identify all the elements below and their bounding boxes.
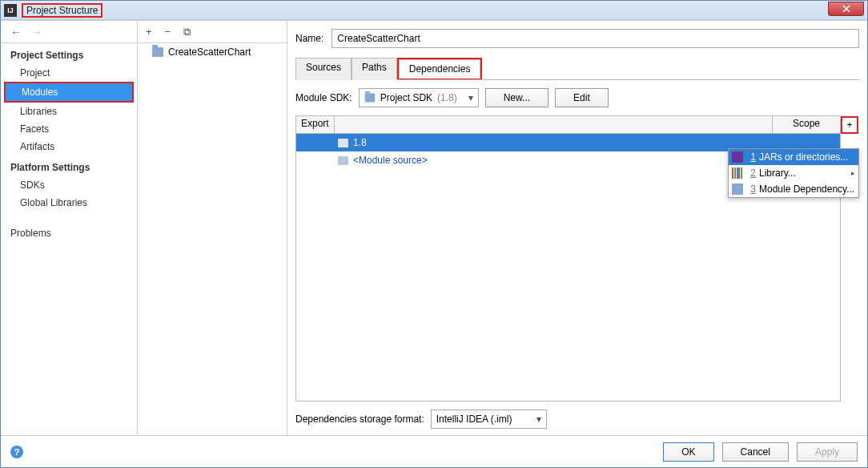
folder-icon xyxy=(364,94,375,103)
sdk-edit-button[interactable]: Edit xyxy=(555,88,609,107)
sidebar-item-modules[interactable]: Modules xyxy=(6,83,132,101)
sdk-label: Module SDK: xyxy=(295,92,352,103)
back-arrow-icon[interactable]: ← xyxy=(10,26,22,38)
button-bar: ? OK Cancel Apply xyxy=(1,435,867,467)
sdk-selected-prefix: Project SDK xyxy=(380,92,432,103)
sidebar-item-modules-highlight: Modules xyxy=(4,82,134,103)
submenu-arrow-icon: ▸ xyxy=(851,169,855,177)
sidebar-item-libraries[interactable]: Libraries xyxy=(1,103,137,120)
tab-paths[interactable]: Paths xyxy=(352,58,397,80)
popup-item-num: 1 xyxy=(746,151,756,163)
tab-dependencies-highlight: Dependencies xyxy=(397,58,483,79)
name-row: Name: xyxy=(295,29,859,48)
folder-icon xyxy=(152,47,163,57)
dep-row-label: 1.8 xyxy=(353,137,367,148)
popup-item-label: Library... xyxy=(759,167,796,179)
sidebar-item-project[interactable]: Project xyxy=(1,64,137,82)
popup-item-jars[interactable]: 1 JARs or directories... xyxy=(729,149,858,165)
add-dependency-button[interactable]: + xyxy=(841,116,858,134)
popup-item-label: Module Dependency... xyxy=(759,184,854,195)
module-tree-item-label: CreateScatterChart xyxy=(168,46,251,58)
nav-arrows: ← → xyxy=(1,21,137,43)
sidebar-section-platform: Platform Settings xyxy=(1,155,137,176)
apply-button[interactable]: Apply xyxy=(797,442,858,462)
chevron-down-icon: ▾ xyxy=(468,92,473,103)
cancel-button[interactable]: Cancel xyxy=(722,442,789,462)
window-title-highlight: Project Structure xyxy=(22,3,102,18)
sdk-row: Module SDK: Project SDK (1.8) ▾ New... E… xyxy=(295,88,859,107)
storage-row: Dependencies storage format: IntelliJ ID… xyxy=(295,401,859,435)
col-name xyxy=(335,116,772,133)
sidebar-item-facets[interactable]: Facets xyxy=(1,120,137,138)
add-dependency-popup: 1 JARs or directories... 2 Library... ▸ … xyxy=(728,148,859,198)
folder-icon xyxy=(338,139,348,147)
col-export: Export xyxy=(296,116,335,133)
sdk-select[interactable]: Project SDK (1.8) ▾ xyxy=(359,88,479,107)
chevron-down-icon: ▾ xyxy=(536,414,541,425)
title-bar: IJ Project Structure xyxy=(1,1,867,20)
module-tree-panel: + − ⧉ CreateScatterChart xyxy=(138,21,287,435)
tab-sources[interactable]: Sources xyxy=(295,58,352,80)
ok-button[interactable]: OK xyxy=(663,442,713,462)
sidebar-item-global-libraries[interactable]: Global Libraries xyxy=(1,194,137,212)
sidebar-item-artifacts[interactable]: Artifacts xyxy=(1,138,137,155)
module-tabs: Sources Paths Dependencies xyxy=(295,58,859,80)
sidebar-item-problems[interactable]: Problems xyxy=(1,224,137,242)
module-tree-toolbar: + − ⧉ xyxy=(138,21,287,43)
close-button[interactable] xyxy=(828,2,864,16)
sdk-selected-suffix: (1.8) xyxy=(437,92,457,103)
popup-item-library[interactable]: 2 Library... ▸ xyxy=(729,165,858,181)
plus-icon: + xyxy=(846,119,852,131)
name-field[interactable] xyxy=(332,29,859,48)
help-button[interactable]: ? xyxy=(10,446,23,458)
popup-item-num: 2 xyxy=(746,167,756,179)
module-tree-item[interactable]: CreateScatterChart xyxy=(138,43,287,61)
sidebar-section-project: Project Settings xyxy=(1,43,137,64)
dependencies-table-header: Export Scope xyxy=(296,116,840,134)
window-title: Project Structure xyxy=(25,4,99,17)
content-area: ← → Project Settings Project Modules Lib… xyxy=(1,20,867,435)
storage-format-select[interactable]: IntelliJ IDEA (.iml) ▾ xyxy=(431,410,547,429)
popup-item-module-dependency[interactable]: 3 Module Dependency... xyxy=(729,181,858,197)
close-icon xyxy=(842,5,850,13)
module-icon xyxy=(732,184,743,195)
col-scope: Scope xyxy=(772,116,840,133)
copy-module-icon[interactable]: ⧉ xyxy=(183,26,191,38)
storage-label: Dependencies storage format: xyxy=(295,414,424,425)
library-icon xyxy=(732,167,743,179)
sdk-new-button[interactable]: New... xyxy=(485,88,549,107)
tab-dependencies[interactable]: Dependencies xyxy=(399,59,481,79)
popup-item-label: JARs or directories... xyxy=(759,151,848,163)
jars-icon xyxy=(732,151,743,163)
popup-item-num: 3 xyxy=(746,184,756,195)
add-module-icon[interactable]: + xyxy=(146,26,152,38)
dep-row-label: <Module source> xyxy=(353,155,428,166)
forward-arrow-icon[interactable]: → xyxy=(31,26,42,38)
folder-icon xyxy=(338,156,348,165)
sidebar: ← → Project Settings Project Modules Lib… xyxy=(1,21,138,435)
name-label: Name: xyxy=(295,33,323,44)
module-detail-panel: Name: Sources Paths Dependencies Module … xyxy=(287,21,867,435)
remove-module-icon[interactable]: − xyxy=(165,26,171,38)
project-structure-window: IJ Project Structure ← → Project Setting… xyxy=(0,0,868,468)
sidebar-item-sdks[interactable]: SDKs xyxy=(1,176,137,194)
app-icon: IJ xyxy=(4,4,17,17)
storage-value: IntelliJ IDEA (.iml) xyxy=(436,414,512,425)
